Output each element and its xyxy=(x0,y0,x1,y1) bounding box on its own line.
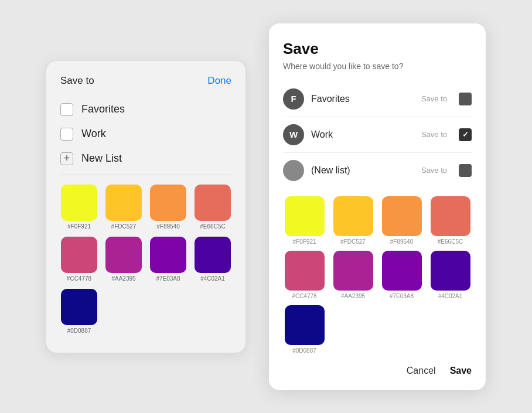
save-subtitle: Where would you like to save to? xyxy=(283,62,472,71)
divider xyxy=(60,175,231,175)
color-swatch[interactable] xyxy=(105,237,142,273)
right-panel: Save Where would you like to save to? F … xyxy=(269,23,486,390)
save-list-item[interactable]: F Favorites Save to xyxy=(283,81,472,117)
save-list: F Favorites Save to W Work Save to ✓ (Ne… xyxy=(283,81,472,188)
left-swatch-wrap[interactable]: #E66C5C xyxy=(194,185,231,230)
color-swatch[interactable] xyxy=(105,185,142,221)
left-swatch-wrap[interactable]: #F89540 xyxy=(149,185,187,230)
right-color-swatch[interactable] xyxy=(431,251,470,291)
new-list-item[interactable]: + New List xyxy=(60,146,231,171)
left-swatch-wrap[interactable]: #7E03A8 xyxy=(149,237,187,282)
save-list-item[interactable]: W Work Save to ✓ xyxy=(283,117,472,153)
check-box[interactable] xyxy=(459,93,472,105)
right-color-swatch[interactable] xyxy=(285,305,325,345)
color-label: #7E03A8 xyxy=(156,275,180,282)
left-swatch-wrap[interactable]: #0D0887 xyxy=(60,289,98,334)
color-label: #CC4778 xyxy=(67,275,91,282)
favorites-checkbox[interactable] xyxy=(60,103,73,116)
right-swatch-wrap[interactable]: #F0F921 xyxy=(283,196,326,245)
color-label: #4C02A1 xyxy=(200,275,225,282)
left-color-grid: #F0F921 #FDC527 #F89540 #E66C5C #CC4778 … xyxy=(60,185,231,334)
save-list-item[interactable]: (New list) Save to xyxy=(283,153,472,188)
right-color-swatch[interactable] xyxy=(431,196,470,236)
color-swatch[interactable] xyxy=(195,185,231,221)
favorites-label: Favorites xyxy=(81,103,125,115)
avatar: F xyxy=(283,88,304,110)
save-title: Save xyxy=(283,40,472,58)
right-color-label: #E66C5C xyxy=(438,238,463,245)
cancel-button[interactable]: Cancel xyxy=(407,366,436,376)
right-swatch-wrap[interactable]: #7E03A8 xyxy=(380,251,423,299)
color-label: #F89540 xyxy=(156,223,179,230)
left-swatch-wrap[interactable]: #CC4778 xyxy=(60,237,98,282)
right-color-swatch[interactable] xyxy=(382,196,422,236)
list-item-name: Work xyxy=(311,129,414,140)
right-color-label: #F0F921 xyxy=(292,238,316,245)
right-color-swatch[interactable] xyxy=(285,196,325,236)
right-color-label: #AA2395 xyxy=(341,293,365,299)
left-swatch-wrap[interactable]: #4C02A1 xyxy=(194,237,231,282)
right-color-swatch[interactable] xyxy=(333,251,373,291)
color-label: #FDC527 xyxy=(111,223,137,230)
save-to-label: Save to xyxy=(421,94,447,103)
check-icon: ✓ xyxy=(462,130,469,139)
color-swatch[interactable] xyxy=(150,237,186,273)
color-swatch[interactable] xyxy=(61,289,97,325)
color-label: #AA2395 xyxy=(111,275,135,282)
left-title: Save to xyxy=(60,75,94,87)
left-panel: Save to Done Favorites Work + New List #… xyxy=(46,61,245,353)
bottom-actions: Cancel Save xyxy=(283,366,472,376)
avatar xyxy=(283,160,304,181)
new-list-icon: + xyxy=(60,152,73,165)
right-color-label: #CC4778 xyxy=(292,293,316,299)
right-color-label: #FDC527 xyxy=(340,238,366,245)
left-swatch-wrap[interactable]: #FDC527 xyxy=(105,185,142,230)
favorites-item[interactable]: Favorites xyxy=(60,97,231,122)
left-swatch-wrap[interactable]: #F0F921 xyxy=(60,185,98,230)
color-label: #E66C5C xyxy=(200,223,225,230)
color-label: #F0F921 xyxy=(67,223,91,230)
color-swatch[interactable] xyxy=(195,237,231,273)
right-color-label: #F89540 xyxy=(390,238,413,245)
list-item-name: (New list) xyxy=(311,165,414,176)
right-color-label: #4C02A1 xyxy=(438,293,463,299)
right-color-swatch[interactable] xyxy=(285,251,325,291)
list-item-name: Favorites xyxy=(311,94,414,104)
right-color-swatch[interactable] xyxy=(333,196,373,236)
save-to-label: Save to xyxy=(421,130,447,139)
right-color-swatch[interactable] xyxy=(382,251,422,291)
work-item[interactable]: Work xyxy=(60,122,231,146)
color-swatch[interactable] xyxy=(150,185,186,221)
color-swatch[interactable] xyxy=(61,237,97,273)
right-swatch-wrap[interactable]: #E66C5C xyxy=(429,196,472,245)
left-swatch-wrap[interactable]: #AA2395 xyxy=(105,237,142,282)
color-label: #0D0887 xyxy=(67,327,91,334)
right-color-grid: #F0F921 #FDC527 #F89540 #E66C5C #CC4778 … xyxy=(283,196,472,354)
work-checkbox[interactable] xyxy=(60,128,73,141)
check-box[interactable]: ✓ xyxy=(459,128,472,141)
right-color-label: #7E03A8 xyxy=(390,293,414,299)
save-button[interactable]: Save xyxy=(450,366,472,376)
right-swatch-wrap[interactable]: #0D0887 xyxy=(283,305,326,354)
color-swatch[interactable] xyxy=(61,185,97,221)
done-button[interactable]: Done xyxy=(207,75,231,87)
left-header: Save to Done xyxy=(60,75,231,87)
right-swatch-wrap[interactable]: #FDC527 xyxy=(332,196,374,245)
right-swatch-wrap[interactable]: #CC4778 xyxy=(283,251,326,299)
right-swatch-wrap[interactable]: #F89540 xyxy=(380,196,423,245)
right-swatch-wrap[interactable]: #4C02A1 xyxy=(429,251,472,299)
avatar: W xyxy=(283,124,304,145)
right-color-label: #0D0887 xyxy=(292,347,316,354)
work-label: Work xyxy=(81,128,106,140)
right-swatch-wrap[interactable]: #AA2395 xyxy=(332,251,374,299)
save-to-label: Save to xyxy=(421,166,447,175)
new-list-label: New List xyxy=(81,152,122,165)
check-box[interactable] xyxy=(459,164,472,177)
